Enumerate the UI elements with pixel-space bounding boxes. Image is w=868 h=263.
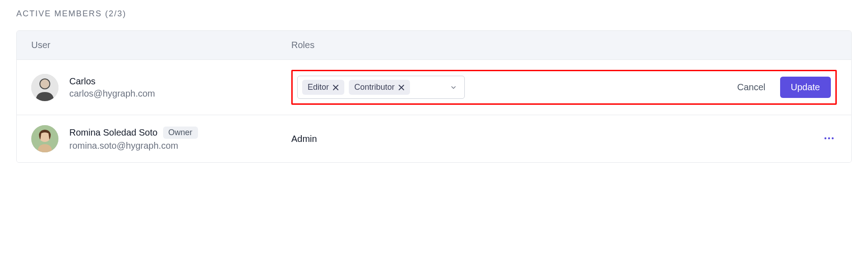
table-row: Carlos carlos@hygraph.com Editor Contrib… bbox=[17, 59, 851, 115]
members-table: User Roles Carlos carlos@hygraph.com bbox=[16, 30, 852, 163]
svg-point-7 bbox=[832, 137, 834, 139]
roles-cell: Editor Contributor bbox=[291, 70, 837, 105]
roles-multiselect[interactable]: Editor Contributor bbox=[297, 76, 465, 99]
svg-point-2 bbox=[40, 79, 49, 88]
chevron-down-icon[interactable] bbox=[447, 85, 460, 90]
svg-point-6 bbox=[828, 137, 830, 139]
roles-cell: Admin bbox=[291, 134, 810, 144]
role-edit-highlight: Editor Contributor bbox=[291, 70, 837, 105]
user-meta: Romina Soledad Soto Owner romina.soto@hy… bbox=[69, 127, 198, 151]
update-button[interactable]: Update bbox=[780, 77, 831, 98]
role-chip-contributor: Contributor bbox=[349, 80, 410, 95]
user-email: carlos@hygraph.com bbox=[69, 88, 155, 99]
owner-badge: Owner bbox=[163, 127, 198, 139]
user-email: romina.soto@hygraph.com bbox=[69, 141, 198, 151]
more-horizontal-icon bbox=[824, 133, 834, 145]
more-actions-button[interactable] bbox=[821, 131, 837, 147]
chip-label: Contributor bbox=[354, 83, 395, 92]
remove-role-icon[interactable] bbox=[398, 84, 405, 91]
avatar bbox=[31, 74, 58, 101]
row-actions bbox=[810, 131, 837, 147]
user-meta: Carlos carlos@hygraph.com bbox=[69, 76, 155, 99]
column-header-roles: Roles bbox=[291, 40, 837, 50]
chip-label: Editor bbox=[308, 83, 329, 92]
role-text: Admin bbox=[291, 134, 317, 144]
section-title: ACTIVE MEMBERS (2/3) bbox=[16, 9, 852, 19]
user-name: Romina Soledad Soto bbox=[69, 127, 158, 138]
avatar bbox=[31, 125, 58, 152]
table-row: Romina Soledad Soto Owner romina.soto@hy… bbox=[17, 115, 851, 162]
svg-point-5 bbox=[825, 137, 826, 139]
column-header-user: User bbox=[31, 40, 291, 50]
user-cell: Romina Soledad Soto Owner romina.soto@hy… bbox=[31, 125, 291, 152]
user-cell: Carlos carlos@hygraph.com bbox=[31, 74, 291, 101]
remove-role-icon[interactable] bbox=[333, 84, 339, 91]
user-name: Carlos bbox=[69, 76, 96, 87]
role-chip-editor: Editor bbox=[302, 80, 344, 95]
cancel-button[interactable]: Cancel bbox=[731, 78, 772, 97]
table-header: User Roles bbox=[17, 31, 851, 59]
